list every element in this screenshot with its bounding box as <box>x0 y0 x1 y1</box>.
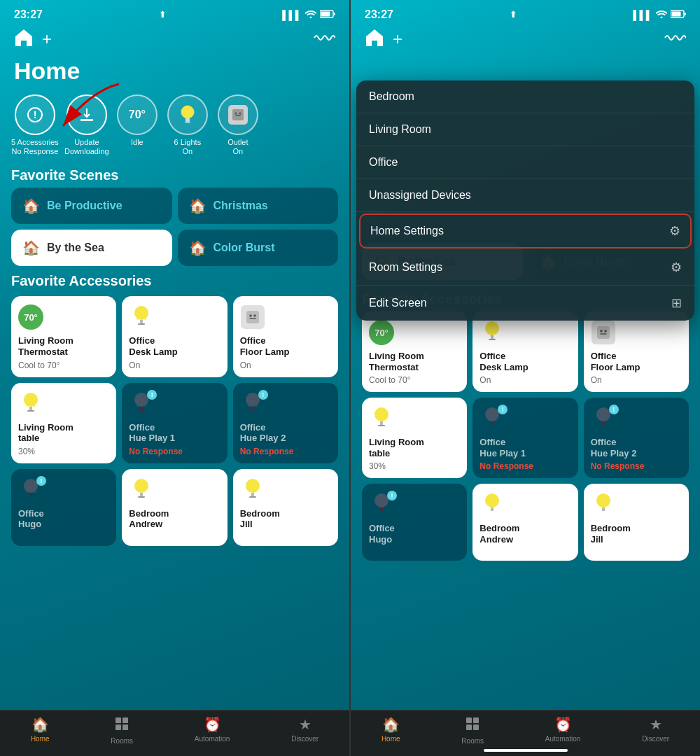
right-acc-hue-play-2-status: No Response <box>591 461 682 471</box>
svg-rect-18 <box>29 407 32 410</box>
svg-point-47 <box>374 407 388 421</box>
right-acc-lr-table[interactable]: Living Roomtable 30% <box>362 398 467 478</box>
left-acc-bedroom-andrew[interactable]: BedroomAndrew <box>122 469 227 546</box>
svg-point-9 <box>234 113 237 115</box>
left-home-nav-icon[interactable] <box>14 28 34 50</box>
svg-point-50 <box>485 407 499 421</box>
right-acc-desk-lamp[interactable]: OfficeDesk Lamp On <box>472 312 578 392</box>
left-scene-label-2: Christmas <box>214 200 268 212</box>
left-status-circle-accessories[interactable]: ! 5 AccessoriesNo Response <box>11 94 59 156</box>
svg-rect-21 <box>140 407 143 410</box>
left-acc-desk-lamp-name: OfficeDesk Lamp <box>129 335 220 357</box>
left-scene-icon-3: 🏠 <box>22 239 40 256</box>
right-tab-automation-label: Automation <box>545 735 581 743</box>
svg-rect-32 <box>251 493 254 496</box>
left-status-circle-outlet[interactable]: OutletOn <box>216 94 260 156</box>
left-acc-hue-play-2-icon: ! <box>240 391 265 416</box>
right-acc-bedroom-jill[interactable]: BedroomJill <box>584 484 689 561</box>
right-tab-home-icon: 🏠 <box>382 716 400 733</box>
right-acc-hue-play-1[interactable]: ! OfficeHue Play 1 No Response <box>472 398 578 478</box>
left-status-icons: ▌▌▌ <box>282 10 335 20</box>
right-home-nav-icon[interactable] <box>365 28 384 50</box>
left-tab-rooms[interactable]: Rooms <box>111 716 133 745</box>
left-update-label: UpdateDownloading <box>64 138 109 156</box>
right-acc-bedroom-andrew[interactable]: BedroomAndrew <box>472 484 578 561</box>
left-scene-by-the-sea[interactable]: 🏠 By the Sea <box>11 230 172 266</box>
left-acc-floor-lamp[interactable]: OfficeFloor Lamp On <box>233 296 338 377</box>
left-acc-lr-table-status: 30% <box>18 447 109 456</box>
svg-rect-22 <box>138 410 145 412</box>
right-wave-icon <box>664 29 686 50</box>
left-status-circle-lights[interactable]: 6 LightsOn <box>165 94 210 156</box>
right-dropdown-edit-screen[interactable]: Edit Screen ⊞ <box>356 286 694 321</box>
left-acc-floor-lamp-icon <box>240 304 265 330</box>
right-status-icons: ▌▌▌ <box>633 10 686 20</box>
left-acc-hue-play-1-status: No Response <box>129 447 220 456</box>
right-dropdown-home-settings[interactable]: Home Settings ⚙ <box>359 214 692 248</box>
right-acc-floor-lamp[interactable]: OfficeFloor Lamp On <box>584 312 689 392</box>
left-status-circles: ! 5 AccessoriesNo Response UpdateDownloa… <box>0 90 349 160</box>
svg-rect-53 <box>602 421 605 425</box>
left-scene-color-burst[interactable]: 🏠 Color Burst <box>178 230 339 266</box>
left-tab-discover-icon: ★ <box>299 716 312 733</box>
left-acc-hugo[interactable]: ! OfficeHugo <box>11 469 116 546</box>
right-tab-rooms[interactable]: Rooms <box>461 716 484 745</box>
right-acc-bedroom-andrew-name: BedroomAndrew <box>479 523 570 545</box>
right-acc-hue-play-2[interactable]: ! OfficeHue Play 2 No Response <box>584 398 689 478</box>
right-tab-home[interactable]: 🏠 Home <box>382 716 400 745</box>
svg-point-31 <box>246 479 260 493</box>
svg-rect-63 <box>473 724 479 730</box>
svg-point-5 <box>181 106 194 118</box>
right-accessories-grid: 70° Living RoomThermostat Cool to 70° Of… <box>362 312 689 561</box>
left-acc-thermostat[interactable]: 70° Living RoomThermostat Cool to 70° <box>11 296 116 377</box>
left-tab-discover[interactable]: ★ Discover <box>291 716 318 745</box>
left-acc-thermostat-status: Cool to 70° <box>18 360 109 370</box>
left-tab-rooms-label: Rooms <box>111 737 133 745</box>
svg-text:!: ! <box>34 109 37 120</box>
wifi-icon <box>305 10 316 20</box>
right-add-button[interactable]: + <box>393 29 402 49</box>
right-dropdown-bedroom[interactable]: Bedroom <box>356 80 694 113</box>
right-acc-thermostat[interactable]: 70° Living RoomThermostat Cool to 70° <box>362 312 467 392</box>
right-tab-discover-label: Discover <box>642 735 669 743</box>
svg-point-58 <box>596 493 610 507</box>
left-tab-automation[interactable]: ⏰ Automation <box>195 716 230 745</box>
left-tab-home-label: Home <box>31 735 50 743</box>
right-acc-hugo[interactable]: ! OfficeHugo <box>362 484 467 561</box>
left-scene-christmas[interactable]: 🏠 Christmas <box>178 188 339 224</box>
right-home-settings-gear-icon: ⚙ <box>669 223 680 239</box>
left-tab-home[interactable]: 🏠 Home <box>31 716 50 745</box>
right-acc-bedroom-jill-name: BedroomJill <box>591 523 682 545</box>
left-acc-desk-lamp[interactable]: OfficeDesk Lamp On <box>122 296 227 377</box>
svg-point-15 <box>249 315 252 318</box>
left-add-button[interactable]: + <box>42 29 52 49</box>
right-acc-lr-table-icon <box>369 406 394 431</box>
left-acc-hue-play-2-status: No Response <box>240 447 331 456</box>
right-dropdown-office[interactable]: Office <box>356 146 694 179</box>
svg-rect-30 <box>138 496 145 498</box>
right-tab-indicator <box>484 749 568 752</box>
svg-point-56 <box>485 493 499 507</box>
left-acc-hue-play-2[interactable]: ! OfficeHue Play 2 No Response <box>233 383 338 463</box>
left-home-title: Home <box>0 55 349 90</box>
right-dropdown-living-room[interactable]: Living Room <box>356 113 694 146</box>
left-status-circle-temp[interactable]: 70° Idle <box>115 94 160 156</box>
battery-icon <box>320 10 335 20</box>
right-dropdown-room-settings[interactable]: Room Settings ⚙ <box>356 250 694 286</box>
svg-rect-60 <box>466 718 472 723</box>
left-acc-floor-lamp-status: On <box>240 360 331 370</box>
left-lights-label: 6 LightsOn <box>174 138 202 156</box>
left-acc-hue-play-1[interactable]: ! OfficeHue Play 1 No Response <box>122 383 227 463</box>
right-tab-automation[interactable]: ⏰ Automation <box>545 716 581 745</box>
right-dropdown-unassigned[interactable]: Unassigned Devices <box>356 179 694 212</box>
left-acc-bedroom-jill[interactable]: BedroomJill <box>233 469 338 546</box>
left-accessories-label: 5 AccessoriesNo Response <box>11 138 59 156</box>
left-scene-be-productive[interactable]: 🏠 Be Productive <box>11 188 172 224</box>
left-status-circle-update[interactable]: UpdateDownloading <box>64 94 109 156</box>
svg-rect-14 <box>246 311 259 323</box>
left-acc-lr-table[interactable]: Living Roomtable 30% <box>11 383 116 463</box>
right-tab-discover[interactable]: ★ Discover <box>642 716 669 745</box>
svg-rect-7 <box>185 122 190 123</box>
left-acc-thermostat-name: Living RoomThermostat <box>18 335 109 357</box>
right-location-icon: ⬆ <box>510 10 517 20</box>
